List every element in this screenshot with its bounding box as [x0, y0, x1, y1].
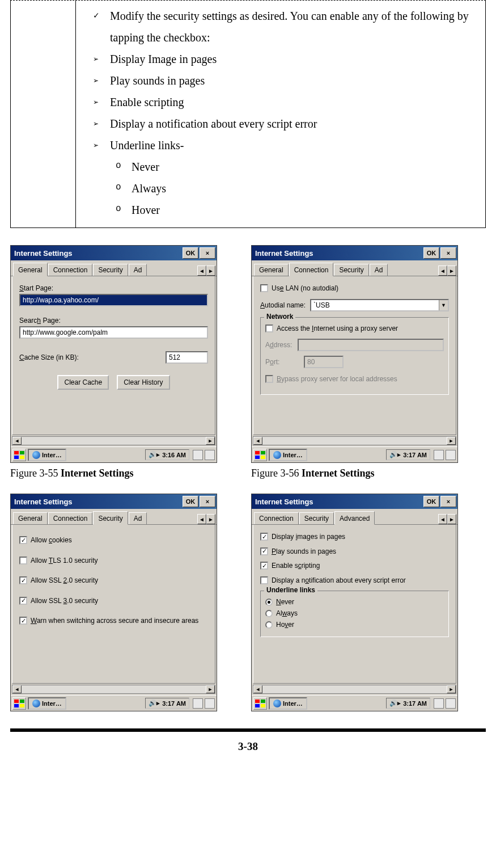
clear-cache-button[interactable]: Clear Cache	[57, 375, 109, 390]
close-button[interactable]: ×	[200, 247, 215, 259]
tab-scroll-right-icon[interactable]: ►	[447, 266, 456, 276]
ssl2-checkbox[interactable]: ✓Allow SSL 2.0 security	[19, 576, 208, 585]
tab-security[interactable]: Security	[334, 264, 368, 276]
tab-ad[interactable]: Ad	[129, 264, 147, 276]
tab-pane: Use LAN (no autodial) Autodial name: `US…	[253, 276, 456, 435]
tab-ad[interactable]: Ad	[370, 264, 388, 276]
tray-icon[interactable]	[434, 698, 444, 709]
notify-checkbox[interactable]: Display a notification about every scrip…	[260, 576, 449, 585]
titlebar: Internet Settings OK ×	[252, 494, 457, 509]
scrollbar-horizontal[interactable]: ◄►	[253, 685, 456, 694]
tabstrip: Connection Security Advanced ◄ ►	[252, 509, 457, 525]
taskbar-item[interactable]: Inter…	[269, 449, 307, 461]
start-button[interactable]	[12, 449, 26, 461]
scripting-checkbox[interactable]: ✓Enable scripting	[260, 562, 449, 571]
warn-checkbox[interactable]: ✓Warn when switching across secure and i…	[19, 617, 208, 626]
never-radio[interactable]: Never	[265, 598, 444, 606]
autodial-dropdown[interactable]: `USB▼	[310, 299, 449, 311]
start-page-input[interactable]	[19, 294, 208, 306]
ok-button[interactable]: OK	[423, 247, 439, 259]
taskbar-item[interactable]: Inter…	[28, 449, 66, 461]
tray-icon[interactable]	[446, 450, 456, 460]
tab-connection[interactable]: Connection	[289, 263, 334, 276]
search-page-input[interactable]	[19, 326, 208, 339]
tab-scroll-left-icon[interactable]: ◄	[197, 266, 206, 276]
proxy-checkbox[interactable]: Access the Internet using a proxy server	[265, 325, 444, 334]
tab-general[interactable]: General	[13, 263, 48, 276]
close-button[interactable]: ×	[440, 496, 456, 507]
tab-scroll-right-icon[interactable]: ►	[206, 266, 215, 276]
tabstrip: General Connection Security Ad ◄ ►	[11, 260, 217, 276]
scrollbar-horizontal[interactable]: ◄►	[12, 436, 215, 445]
screenshot-advanced: Internet Settings OK × Connection Securi…	[251, 494, 458, 711]
tab-security[interactable]: Security	[299, 512, 334, 524]
tab-connection[interactable]: Connection	[254, 512, 299, 524]
figure-caption: Figure 3-55 Internet Settings	[10, 467, 217, 479]
tab-security[interactable]: Security	[93, 511, 128, 525]
scrollbar-horizontal[interactable]: ◄►	[253, 436, 456, 445]
scrollbar-horizontal[interactable]: ◄►	[12, 685, 215, 694]
tab-general[interactable]: General	[13, 512, 48, 524]
ok-button[interactable]: OK	[183, 247, 198, 259]
taskbar-item[interactable]: Inter…	[269, 697, 307, 710]
ok-button[interactable]: OK	[423, 496, 439, 507]
tray-icon[interactable]	[434, 450, 444, 460]
start-page-label: Start Page:	[19, 284, 208, 292]
ok-button[interactable]: OK	[183, 496, 198, 507]
tab-scroll-left-icon[interactable]: ◄	[438, 514, 447, 524]
globe-icon	[32, 700, 40, 707]
images-checkbox[interactable]: ✓Display images in pages	[260, 533, 449, 542]
close-button[interactable]: ×	[200, 496, 215, 507]
sounds-checkbox[interactable]: ✓Play sounds in pages	[260, 547, 449, 557]
tray-icon[interactable]	[193, 450, 203, 460]
tray-icon[interactable]	[205, 698, 215, 709]
window: Internet Settings OK × General Connectio…	[10, 245, 217, 463]
taskbar: Inter… 🔊▸3:16 AM	[11, 446, 217, 462]
taskbar-item[interactable]: Inter…	[28, 697, 66, 710]
globe-icon	[273, 700, 281, 707]
tab-scroll: ◄ ►	[197, 514, 215, 524]
instruction-intro: Modify the security settings as desired.…	[93, 5, 477, 48]
instruction-table: Modify the security settings as desired.…	[10, 0, 486, 228]
list-item: Display a notification about every scrip…	[93, 113, 477, 134]
tray-icon[interactable]	[205, 450, 215, 460]
tab-scroll-right-icon[interactable]: ►	[447, 514, 456, 524]
tab-scroll-left-icon[interactable]: ◄	[197, 514, 206, 524]
sublist-item: Hover	[116, 199, 477, 221]
tls-checkbox[interactable]: Allow TLS 1.0 security	[19, 557, 208, 566]
start-button[interactable]	[253, 697, 267, 710]
use-lan-checkbox[interactable]: Use LAN (no autodial)	[260, 284, 449, 293]
start-button[interactable]	[253, 449, 267, 461]
window-title: Internet Settings	[14, 498, 181, 506]
tabstrip: General Connection Security Ad ◄ ►	[11, 509, 217, 525]
tab-connection[interactable]: Connection	[48, 264, 93, 276]
tab-scroll-left-icon[interactable]: ◄	[438, 266, 447, 276]
footer-rule	[10, 728, 486, 732]
tray-icons	[434, 450, 456, 460]
hover-radio[interactable]: Hover	[265, 621, 444, 629]
tab-pane: ✓Allow cookies Allow TLS 1.0 security ✓A…	[12, 525, 215, 684]
close-button[interactable]: ×	[440, 247, 456, 259]
tab-scroll-right-icon[interactable]: ►	[206, 514, 215, 524]
ssl3-checkbox[interactable]: ✓Allow SSL 3.0 security	[19, 597, 208, 606]
tab-advanced[interactable]: Advanced	[334, 511, 375, 525]
underline-groupbox: Underline links Never Always Hover	[260, 591, 449, 637]
clear-history-button[interactable]: Clear History	[117, 375, 169, 390]
address-label: Address:	[265, 341, 293, 349]
tray-icon[interactable]	[446, 698, 456, 709]
globe-icon	[32, 451, 40, 459]
titlebar: Internet Settings OK ×	[11, 494, 217, 509]
tab-ad[interactable]: Ad	[129, 512, 147, 524]
always-radio[interactable]: Always	[265, 609, 444, 617]
start-button[interactable]	[12, 697, 26, 710]
window-title: Internet Settings	[14, 249, 181, 258]
address-input	[298, 339, 444, 351]
cache-input[interactable]	[166, 351, 208, 364]
screenshot-security: Internet Settings OK × General Connectio…	[10, 494, 217, 711]
cookies-checkbox[interactable]: ✓Allow cookies	[19, 536, 208, 545]
tray-icon[interactable]	[193, 698, 203, 709]
system-tray: 🔊▸3:17 AM	[386, 449, 430, 460]
tab-general[interactable]: General	[254, 264, 289, 276]
tab-connection[interactable]: Connection	[48, 512, 93, 524]
tab-security[interactable]: Security	[93, 264, 128, 276]
